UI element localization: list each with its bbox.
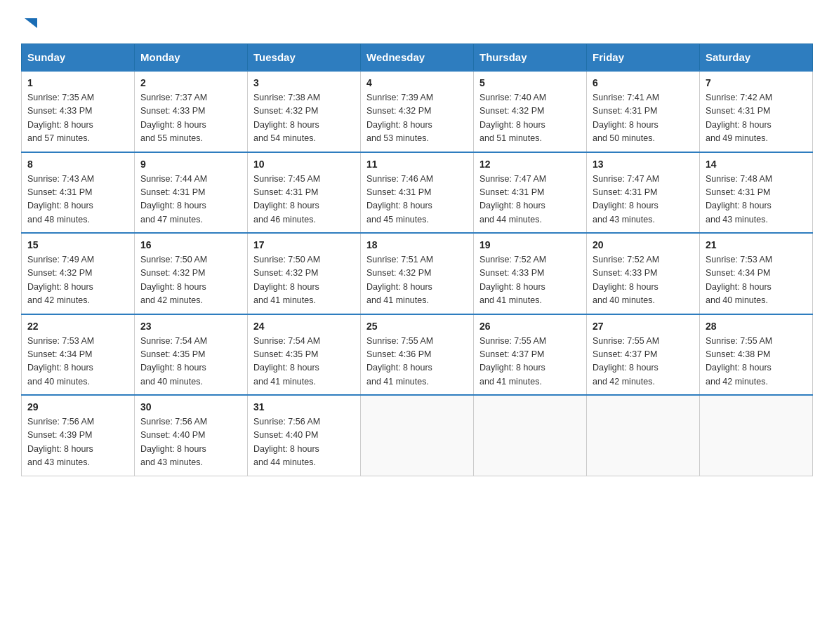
day-number: 31 <box>253 401 355 412</box>
day-info: Sunrise: 7:35 AMSunset: 4:33 PMDaylight:… <box>27 91 128 146</box>
calendar-cell <box>361 395 474 476</box>
day-info: Sunrise: 7:47 AMSunset: 4:31 PMDaylight:… <box>593 173 694 227</box>
calendar-cell: 8Sunrise: 7:43 AMSunset: 4:31 PMDaylight… <box>22 152 135 234</box>
day-number: 16 <box>140 239 241 250</box>
day-info: Sunrise: 7:46 AMSunset: 4:31 PMDaylight:… <box>366 173 468 227</box>
svg-marker-0 <box>25 18 37 28</box>
calendar-cell: 4Sunrise: 7:39 AMSunset: 4:32 PMDaylight… <box>361 71 474 152</box>
calendar-cell: 22Sunrise: 7:53 AMSunset: 4:34 PMDayligh… <box>22 314 135 396</box>
day-number: 5 <box>479 77 581 88</box>
calendar-cell: 16Sunrise: 7:50 AMSunset: 4:32 PMDayligh… <box>135 233 248 314</box>
day-number: 14 <box>706 159 807 170</box>
calendar-cell: 29Sunrise: 7:56 AMSunset: 4:39 PMDayligh… <box>22 395 135 476</box>
day-number: 21 <box>706 239 807 250</box>
calendar-cell: 17Sunrise: 7:50 AMSunset: 4:32 PMDayligh… <box>248 233 361 314</box>
day-number: 23 <box>140 321 241 332</box>
day-info: Sunrise: 7:39 AMSunset: 4:32 PMDaylight:… <box>366 91 468 146</box>
day-info: Sunrise: 7:38 AMSunset: 4:32 PMDaylight:… <box>253 91 355 146</box>
day-number: 18 <box>366 239 468 250</box>
day-number: 4 <box>366 77 468 88</box>
day-number: 22 <box>27 321 128 332</box>
calendar-cell: 26Sunrise: 7:55 AMSunset: 4:37 PMDayligh… <box>474 314 587 396</box>
day-number: 19 <box>479 239 581 250</box>
calendar-cell: 11Sunrise: 7:46 AMSunset: 4:31 PMDayligh… <box>361 152 474 234</box>
day-info: Sunrise: 7:56 AMSunset: 4:40 PMDaylight:… <box>253 415 355 470</box>
day-number: 20 <box>593 239 694 250</box>
calendar-cell: 3Sunrise: 7:38 AMSunset: 4:32 PMDaylight… <box>248 71 361 152</box>
header-saturday: Saturday <box>700 44 813 72</box>
day-info: Sunrise: 7:50 AMSunset: 4:32 PMDaylight:… <box>140 253 241 308</box>
calendar-cell: 10Sunrise: 7:45 AMSunset: 4:31 PMDayligh… <box>248 152 361 234</box>
day-number: 25 <box>366 321 468 332</box>
day-number: 8 <box>27 159 128 170</box>
day-info: Sunrise: 7:42 AMSunset: 4:31 PMDaylight:… <box>706 91 807 146</box>
day-number: 12 <box>479 159 581 170</box>
day-info: Sunrise: 7:55 AMSunset: 4:37 PMDaylight:… <box>479 335 581 389</box>
day-info: Sunrise: 7:44 AMSunset: 4:31 PMDaylight:… <box>140 173 241 227</box>
day-number: 28 <box>706 321 807 332</box>
calendar-cell: 9Sunrise: 7:44 AMSunset: 4:31 PMDaylight… <box>135 152 248 234</box>
calendar-cell: 21Sunrise: 7:53 AMSunset: 4:34 PMDayligh… <box>700 233 813 314</box>
header-tuesday: Tuesday <box>248 44 361 72</box>
calendar-cell: 28Sunrise: 7:55 AMSunset: 4:38 PMDayligh… <box>700 314 813 396</box>
day-number: 24 <box>253 321 355 332</box>
day-number: 15 <box>27 239 128 250</box>
page-header <box>21 14 813 31</box>
header-monday: Monday <box>135 44 248 72</box>
day-number: 26 <box>479 321 581 332</box>
calendar-cell: 2Sunrise: 7:37 AMSunset: 4:33 PMDaylight… <box>135 71 248 152</box>
day-number: 11 <box>366 159 468 170</box>
day-number: 30 <box>140 401 241 412</box>
day-number: 13 <box>593 159 694 170</box>
day-info: Sunrise: 7:54 AMSunset: 4:35 PMDaylight:… <box>140 335 241 389</box>
calendar-cell <box>474 395 587 476</box>
day-info: Sunrise: 7:37 AMSunset: 4:33 PMDaylight:… <box>140 91 241 146</box>
day-number: 1 <box>27 77 128 88</box>
calendar-cell: 15Sunrise: 7:49 AMSunset: 4:32 PMDayligh… <box>22 233 135 314</box>
calendar-cell: 23Sunrise: 7:54 AMSunset: 4:35 PMDayligh… <box>135 314 248 396</box>
calendar-cell: 24Sunrise: 7:54 AMSunset: 4:35 PMDayligh… <box>248 314 361 396</box>
logo <box>21 14 39 31</box>
calendar-cell: 30Sunrise: 7:56 AMSunset: 4:40 PMDayligh… <box>135 395 248 476</box>
header-friday: Friday <box>587 44 700 72</box>
week-row-1: 1Sunrise: 7:35 AMSunset: 4:33 PMDaylight… <box>22 71 813 152</box>
calendar-cell: 1Sunrise: 7:35 AMSunset: 4:33 PMDaylight… <box>22 71 135 152</box>
calendar-cell: 5Sunrise: 7:40 AMSunset: 4:32 PMDaylight… <box>474 71 587 152</box>
day-info: Sunrise: 7:43 AMSunset: 4:31 PMDaylight:… <box>27 173 128 227</box>
calendar-table: SundayMondayTuesdayWednesdayThursdayFrid… <box>21 43 813 476</box>
day-number: 9 <box>140 159 241 170</box>
day-info: Sunrise: 7:49 AMSunset: 4:32 PMDaylight:… <box>27 253 128 308</box>
day-info: Sunrise: 7:55 AMSunset: 4:37 PMDaylight:… <box>593 335 694 389</box>
header-wednesday: Wednesday <box>361 44 474 72</box>
day-number: 27 <box>593 321 694 332</box>
calendar-cell: 6Sunrise: 7:41 AMSunset: 4:31 PMDaylight… <box>587 71 700 152</box>
logo-line1 <box>21 14 39 31</box>
week-row-4: 22Sunrise: 7:53 AMSunset: 4:34 PMDayligh… <box>22 314 813 396</box>
day-info: Sunrise: 7:51 AMSunset: 4:32 PMDaylight:… <box>366 253 468 308</box>
calendar-cell: 12Sunrise: 7:47 AMSunset: 4:31 PMDayligh… <box>474 152 587 234</box>
day-number: 2 <box>140 77 241 88</box>
day-info: Sunrise: 7:50 AMSunset: 4:32 PMDaylight:… <box>253 253 355 308</box>
day-info: Sunrise: 7:55 AMSunset: 4:36 PMDaylight:… <box>366 335 468 389</box>
day-info: Sunrise: 7:48 AMSunset: 4:31 PMDaylight:… <box>706 173 807 227</box>
day-info: Sunrise: 7:56 AMSunset: 4:39 PMDaylight:… <box>27 415 128 470</box>
day-number: 29 <box>27 401 128 412</box>
day-info: Sunrise: 7:45 AMSunset: 4:31 PMDaylight:… <box>253 173 355 227</box>
calendar-cell: 31Sunrise: 7:56 AMSunset: 4:40 PMDayligh… <box>248 395 361 476</box>
day-info: Sunrise: 7:40 AMSunset: 4:32 PMDaylight:… <box>479 91 581 146</box>
calendar-cell <box>700 395 813 476</box>
header-thursday: Thursday <box>474 44 587 72</box>
week-row-2: 8Sunrise: 7:43 AMSunset: 4:31 PMDaylight… <box>22 152 813 234</box>
calendar-cell: 25Sunrise: 7:55 AMSunset: 4:36 PMDayligh… <box>361 314 474 396</box>
day-info: Sunrise: 7:53 AMSunset: 4:34 PMDaylight:… <box>27 335 128 389</box>
day-info: Sunrise: 7:52 AMSunset: 4:33 PMDaylight:… <box>593 253 694 308</box>
day-info: Sunrise: 7:54 AMSunset: 4:35 PMDaylight:… <box>253 335 355 389</box>
calendar-cell <box>587 395 700 476</box>
day-number: 10 <box>253 159 355 170</box>
calendar-cell: 20Sunrise: 7:52 AMSunset: 4:33 PMDayligh… <box>587 233 700 314</box>
header-row: SundayMondayTuesdayWednesdayThursdayFrid… <box>22 44 813 72</box>
day-number: 3 <box>253 77 355 88</box>
day-number: 17 <box>253 239 355 250</box>
week-row-5: 29Sunrise: 7:56 AMSunset: 4:39 PMDayligh… <box>22 395 813 476</box>
calendar-cell: 7Sunrise: 7:42 AMSunset: 4:31 PMDaylight… <box>700 71 813 152</box>
